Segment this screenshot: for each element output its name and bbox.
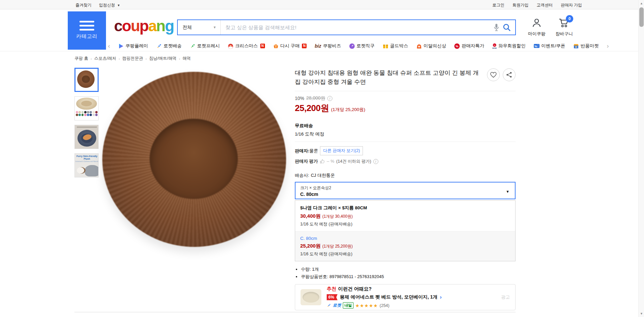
recommended-product-image[interactable] — [301, 289, 321, 305]
santa-icon — [228, 43, 233, 49]
nav-item-wow-discount[interactable]: % wow 와우회원할인 — [492, 43, 526, 49]
svg-text:%: % — [455, 44, 459, 48]
sale-price: 25,200원 — [295, 102, 329, 114]
option-list: $나염 다크 그레이 × $지름 80CM 30,400원 (1개당 30,40… — [295, 200, 516, 261]
category-label: 카테고리 — [68, 33, 106, 40]
product-main-image[interactable] — [101, 70, 288, 249]
product-thumbnail-4[interactable]: Furry Skin-friendly Plush Immersed in So… — [74, 153, 99, 177]
category-menu-button[interactable]: 카테고리 — [68, 11, 106, 50]
product-thumbnail-1[interactable] — [74, 68, 99, 92]
nav-item-buy-again[interactable]: 다시 구매 N — [273, 43, 307, 49]
cart-count-badge: 0 — [566, 15, 573, 22]
microphone-icon[interactable] — [494, 23, 499, 32]
scope-caret-icon: ▼ — [213, 25, 216, 29]
rocket-purple-icon — [349, 43, 355, 49]
divider — [74, 312, 516, 312]
courier-name: CJ 대한통운 — [311, 172, 335, 178]
new-badge: N — [260, 44, 265, 48]
chevron-right-icon[interactable]: › — [440, 294, 442, 301]
product-info-panel: 대형 강아지 침대용 원형 애완 동물 침대 슈퍼 소프트 고양이 긴 봉제 개… — [295, 68, 516, 310]
signup-link[interactable]: 회원가입 — [513, 2, 529, 8]
nav-item-rocket-fresh[interactable]: 로켓프레시 — [190, 43, 220, 49]
goldbox-icon — [383, 43, 388, 49]
return-market-icon — [573, 43, 579, 49]
new-badge: N — [302, 44, 307, 48]
nav-item-rocket-delivery[interactable]: 로켓배송 — [156, 43, 182, 49]
nav-scroll-left-icon[interactable]: ‹ — [108, 43, 110, 49]
unit-price: (1개당 25,200원) — [331, 107, 365, 113]
option-selected-value: C. 80cm — [300, 192, 510, 197]
rocket-label: 로켓 — [333, 303, 341, 308]
nav-scroll-right-icon[interactable]: › — [607, 43, 609, 49]
search-scope-select[interactable]: 전체 ▼ — [178, 20, 221, 35]
basket-icon — [273, 43, 279, 49]
share-button[interactable] — [503, 68, 516, 81]
option-item-dark-gray-80cm[interactable]: $나염 다크 그레이 × $지름 80CM 30,400원 (1개당 30,40… — [295, 201, 515, 231]
person-icon — [532, 18, 542, 28]
nav-item-event-coupon[interactable]: % 이벤트/쿠폰 — [534, 43, 565, 49]
breadcrumb-hammock[interactable]: 해먹 — [182, 56, 191, 61]
scroll-down-icon[interactable]: ▼ — [639, 312, 644, 315]
rocket-blue-icon — [327, 303, 331, 308]
biz-icon: biz — [315, 43, 321, 49]
wishlist-button[interactable] — [487, 68, 500, 81]
seller-rating-value: -- % — [327, 159, 334, 164]
brown-bed-thumb-image — [77, 70, 95, 88]
divider — [295, 142, 516, 142]
favorites-link[interactable]: 즐겨찾기 — [75, 2, 92, 8]
breadcrumb-sports[interactable]: 스포츠/레저 — [94, 56, 116, 61]
thumbnail-list: Furry Skin-friendly Plush Immersed in So… — [74, 68, 100, 182]
coupang-logo[interactable]: coupang — [114, 17, 174, 35]
other-sellers-button[interactable]: 다른 판매자 보기(2) — [320, 146, 363, 155]
svg-text:%: % — [534, 45, 537, 48]
heart-icon — [490, 72, 497, 78]
nav-item-coupang-biz[interactable]: biz 쿠팡비즈 — [315, 43, 341, 49]
nav-item-new-arrivals[interactable]: 이달의신상 — [416, 43, 446, 49]
nav-item-coupang-play[interactable]: 쿠팡플레이 — [118, 43, 148, 49]
breadcrumb-mat[interactable]: 침낭/매트/해먹 — [149, 56, 176, 61]
product-thumbnail-3[interactable] — [74, 125, 99, 149]
search-input[interactable] — [221, 20, 494, 35]
thumb4-subcaption: Immersed in Softness and Warmth — [75, 161, 99, 162]
option-item-c-80cm[interactable]: C. 80cm 25,200원 (1개당 25,200원) 1/16 도착 예정… — [295, 231, 515, 261]
breadcrumb: 쿠팡 홈› 스포츠/레저› 캠핑전문관› 침낭/매트/해먹› 해먹 — [74, 56, 191, 61]
option-unit-price: (1개당 25,200원) — [322, 244, 353, 249]
scrollbar-thumb[interactable] — [639, 7, 644, 27]
nav-item-gold-box[interactable]: 골드박스 — [383, 43, 408, 49]
login-link[interactable]: 로그인 — [492, 2, 504, 8]
search-icon[interactable] — [502, 23, 511, 32]
scrollbar[interactable]: ▲ ▼ — [638, 0, 644, 317]
seller-join-link[interactable]: 판매자 가입 — [561, 2, 582, 8]
my-coupang-button[interactable]: 마이쿠팡 — [526, 18, 547, 37]
recommend-heading: 이런건 어때요? — [338, 286, 372, 292]
star-rating: ★★★★★ — [355, 303, 378, 308]
courier-label: 배송사: — [295, 172, 309, 178]
recommended-product-name[interactable]: 몽제 에어네스트 펫 베드 방석, 모던베이지, 1개 — [340, 294, 437, 300]
rating-info-icon[interactable]: i — [373, 159, 378, 164]
option-unit-price: (1개당 30,400원) — [322, 214, 353, 219]
cart-button[interactable]: 0 장바구니 — [552, 18, 577, 37]
product-number: 쿠팡상품번호: 8979878511 - 25763192045 — [301, 273, 516, 280]
header: 카테고리 coupang 전체 ▼ 마이쿠팡 — [0, 9, 644, 41]
nav-item-seller-deals[interactable]: % 판매자특가 — [454, 43, 484, 49]
discount-percent: 10% — [295, 96, 304, 101]
seller-apply-link[interactable]: 입점신청 ▼ — [99, 2, 120, 8]
breadcrumb-camping[interactable]: 캠핑전문관 — [122, 56, 143, 61]
seller-rating-label: 판매자 평가 — [295, 158, 318, 164]
cat-image — [77, 167, 86, 174]
product-thumbnail-2[interactable] — [74, 96, 99, 120]
nav-item-rocket-jikgu[interactable]: 로켓직구 — [349, 43, 375, 49]
price-info-icon[interactable]: i — [327, 96, 332, 101]
option-dropdown[interactable]: 크기 × 오픈속성2 C. 80cm ▼ — [295, 182, 516, 199]
thumb4-caption: Furry Skin-friendly Plush — [75, 155, 99, 161]
customer-center-link[interactable]: 고객센터 — [537, 2, 553, 8]
caret-down-icon: ▼ — [117, 4, 120, 7]
quantity-info: 수량: 1개 — [301, 266, 516, 273]
search-bar: 전체 ▼ — [177, 19, 516, 35]
breadcrumb-home[interactable]: 쿠팡 홈 — [74, 56, 88, 61]
color-swatches-image — [76, 111, 98, 116]
nav-item-christmas[interactable]: 크리스마스 N — [228, 43, 265, 49]
free-shipping-label: 무료배송 — [295, 123, 516, 129]
nav-item-return-market[interactable]: 반품마켓 — [573, 43, 599, 49]
scroll-up-icon[interactable]: ▲ — [639, 2, 644, 5]
